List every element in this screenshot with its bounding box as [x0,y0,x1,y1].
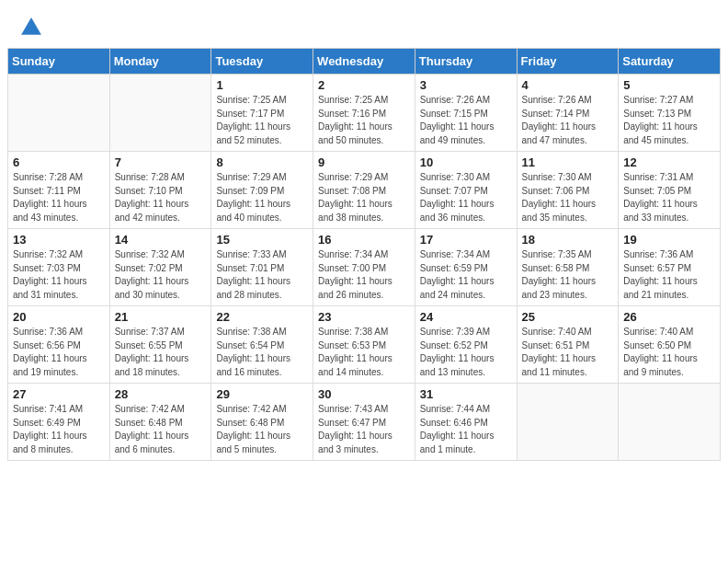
calendar-cell: 11Sunrise: 7:30 AMSunset: 7:06 PMDayligh… [517,152,619,229]
day-number: 10 [420,155,512,169]
day-number: 9 [318,155,410,169]
calendar-cell: 5Sunrise: 7:27 AMSunset: 7:13 PMDaylight… [619,75,721,152]
calendar-week-4: 27Sunrise: 7:41 AMSunset: 6:49 PMDayligh… [8,384,721,461]
day-number: 28 [115,387,207,401]
logo-icon [18,15,44,40]
calendar-cell: 6Sunrise: 7:28 AMSunset: 7:11 PMDaylight… [8,152,110,229]
day-number: 24 [420,310,512,324]
day-number: 19 [623,233,715,247]
calendar-cell: 16Sunrise: 7:34 AMSunset: 7:00 PMDayligh… [313,229,415,306]
day-info: Sunrise: 7:25 AMSunset: 7:17 PMDaylight:… [216,94,308,147]
day-info: Sunrise: 7:40 AMSunset: 6:51 PMDaylight:… [522,326,614,379]
day-number: 8 [216,155,308,169]
day-info: Sunrise: 7:33 AMSunset: 7:01 PMDaylight:… [216,248,308,302]
day-number: 25 [522,310,614,324]
day-number: 6 [13,155,105,169]
day-info: Sunrise: 7:27 AMSunset: 7:13 PMDaylight:… [623,94,715,147]
weekday-header-sunday: Sunday [8,49,110,75]
calendar-cell: 27Sunrise: 7:41 AMSunset: 6:49 PMDayligh… [8,384,110,461]
calendar-week-0: 1Sunrise: 7:25 AMSunset: 7:17 PMDaylight… [8,75,721,152]
calendar-cell: 17Sunrise: 7:34 AMSunset: 6:59 PMDayligh… [415,229,517,306]
day-info: Sunrise: 7:28 AMSunset: 7:11 PMDaylight:… [13,171,105,224]
day-number: 17 [420,233,512,247]
calendar-week-2: 13Sunrise: 7:32 AMSunset: 7:03 PMDayligh… [8,229,721,306]
day-number: 5 [623,78,715,92]
day-number: 29 [216,387,308,401]
day-info: Sunrise: 7:32 AMSunset: 7:03 PMDaylight:… [13,248,105,302]
day-number: 22 [216,310,308,324]
day-number: 14 [115,233,207,247]
calendar-cell: 25Sunrise: 7:40 AMSunset: 6:51 PMDayligh… [517,306,619,384]
day-info: Sunrise: 7:38 AMSunset: 6:53 PMDaylight:… [318,326,410,379]
calendar-cell [517,384,619,461]
weekday-header-tuesday: Tuesday [211,49,313,75]
day-number: 12 [623,155,715,169]
day-number: 23 [318,310,410,324]
calendar-cell: 28Sunrise: 7:42 AMSunset: 6:48 PMDayligh… [109,384,211,461]
day-info: Sunrise: 7:38 AMSunset: 6:54 PMDaylight:… [216,326,308,379]
calendar-cell: 3Sunrise: 7:26 AMSunset: 7:15 PMDaylight… [415,75,517,152]
day-number: 11 [522,155,614,169]
calendar-wrap: SundayMondayTuesdayWednesdayThursdayFrid… [0,48,728,468]
day-info: Sunrise: 7:41 AMSunset: 6:49 PMDaylight:… [13,403,105,456]
calendar-cell: 18Sunrise: 7:35 AMSunset: 6:58 PMDayligh… [517,229,619,306]
calendar-table: SundayMondayTuesdayWednesdayThursdayFrid… [7,48,721,461]
calendar-cell: 24Sunrise: 7:39 AMSunset: 6:52 PMDayligh… [415,306,517,384]
day-number: 3 [420,78,512,92]
calendar-cell: 19Sunrise: 7:36 AMSunset: 6:57 PMDayligh… [619,229,721,306]
calendar-cell: 7Sunrise: 7:28 AMSunset: 7:10 PMDaylight… [109,152,211,229]
weekday-header-monday: Monday [109,49,211,75]
calendar-body: 1Sunrise: 7:25 AMSunset: 7:17 PMDaylight… [8,75,721,461]
svg-marker-0 [21,17,41,35]
weekday-header-saturday: Saturday [619,49,721,75]
calendar-week-1: 6Sunrise: 7:28 AMSunset: 7:11 PMDaylight… [8,152,721,229]
day-info: Sunrise: 7:26 AMSunset: 7:14 PMDaylight:… [522,94,614,147]
calendar-cell: 22Sunrise: 7:38 AMSunset: 6:54 PMDayligh… [211,306,313,384]
day-info: Sunrise: 7:30 AMSunset: 7:07 PMDaylight:… [420,171,512,224]
day-info: Sunrise: 7:42 AMSunset: 6:48 PMDaylight:… [115,403,207,456]
day-info: Sunrise: 7:30 AMSunset: 7:06 PMDaylight:… [522,171,614,224]
day-number: 30 [318,387,410,401]
day-number: 18 [522,233,614,247]
day-number: 16 [318,233,410,247]
calendar-cell: 20Sunrise: 7:36 AMSunset: 6:56 PMDayligh… [8,306,110,384]
calendar-cell: 21Sunrise: 7:37 AMSunset: 6:55 PMDayligh… [109,306,211,384]
day-info: Sunrise: 7:32 AMSunset: 7:02 PMDaylight:… [115,248,207,302]
calendar-cell: 29Sunrise: 7:42 AMSunset: 6:48 PMDayligh… [211,384,313,461]
weekday-header-friday: Friday [517,49,619,75]
day-number: 26 [623,310,715,324]
day-number: 13 [13,233,105,247]
day-number: 31 [420,387,512,401]
day-info: Sunrise: 7:39 AMSunset: 6:52 PMDaylight:… [420,326,512,379]
calendar-cell: 1Sunrise: 7:25 AMSunset: 7:17 PMDaylight… [211,75,313,152]
calendar-cell: 23Sunrise: 7:38 AMSunset: 6:53 PMDayligh… [313,306,415,384]
calendar-cell: 4Sunrise: 7:26 AMSunset: 7:14 PMDaylight… [517,75,619,152]
calendar-cell: 26Sunrise: 7:40 AMSunset: 6:50 PMDayligh… [619,306,721,384]
day-info: Sunrise: 7:34 AMSunset: 7:00 PMDaylight:… [318,248,410,302]
day-info: Sunrise: 7:42 AMSunset: 6:48 PMDaylight:… [216,403,308,456]
day-info: Sunrise: 7:28 AMSunset: 7:10 PMDaylight:… [115,171,207,224]
calendar-cell: 13Sunrise: 7:32 AMSunset: 7:03 PMDayligh… [8,229,110,306]
calendar-cell [8,75,110,152]
day-info: Sunrise: 7:44 AMSunset: 6:46 PMDaylight:… [420,403,512,456]
day-info: Sunrise: 7:37 AMSunset: 6:55 PMDaylight:… [115,326,207,379]
logo [18,15,48,40]
day-number: 27 [13,387,105,401]
weekday-header-wednesday: Wednesday [313,49,415,75]
calendar-cell: 30Sunrise: 7:43 AMSunset: 6:47 PMDayligh… [313,384,415,461]
day-number: 21 [115,310,207,324]
day-number: 15 [216,233,308,247]
calendar-week-3: 20Sunrise: 7:36 AMSunset: 6:56 PMDayligh… [8,306,721,384]
day-info: Sunrise: 7:40 AMSunset: 6:50 PMDaylight:… [623,326,715,379]
header [0,0,728,48]
day-info: Sunrise: 7:34 AMSunset: 6:59 PMDaylight:… [420,248,512,302]
weekday-header-row: SundayMondayTuesdayWednesdayThursdayFrid… [8,49,721,75]
calendar-cell: 12Sunrise: 7:31 AMSunset: 7:05 PMDayligh… [619,152,721,229]
calendar-cell [109,75,211,152]
day-number: 2 [318,78,410,92]
day-number: 7 [115,155,207,169]
calendar-cell: 10Sunrise: 7:30 AMSunset: 7:07 PMDayligh… [415,152,517,229]
day-info: Sunrise: 7:29 AMSunset: 7:09 PMDaylight:… [216,171,308,224]
calendar-cell: 8Sunrise: 7:29 AMSunset: 7:09 PMDaylight… [211,152,313,229]
calendar-cell: 31Sunrise: 7:44 AMSunset: 6:46 PMDayligh… [415,384,517,461]
